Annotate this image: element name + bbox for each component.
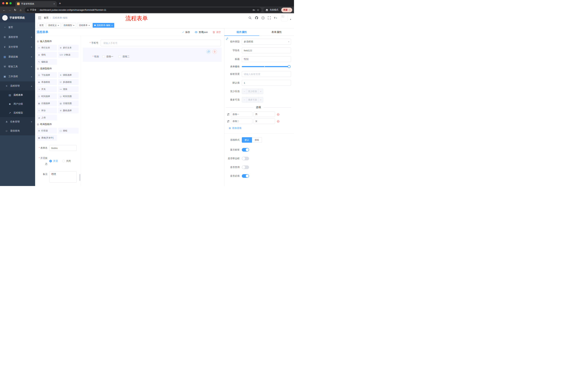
search-icon[interactable] — [249, 16, 252, 20]
window-minimize-button[interactable] — [6, 2, 8, 4]
required-toggle[interactable] — [242, 174, 249, 178]
font-size-icon[interactable]: TT — [274, 17, 278, 19]
sidebar-item-payment[interactable]: ¥ 支付管理 ▾ — [0, 42, 35, 52]
close-icon[interactable]: × — [88, 24, 90, 27]
forward-button[interactable]: → — [7, 8, 12, 12]
tag-process-form[interactable]: 流程表单 × — [77, 23, 92, 28]
status-radio-off[interactable]: 关闭 — [62, 159, 71, 163]
remark-textarea[interactable]: 嘿嘿 — [49, 171, 77, 182]
drag-handle-icon[interactable] — [227, 120, 230, 123]
github-icon[interactable] — [255, 16, 258, 20]
save-button[interactable]: ✓ 保存 — [182, 31, 190, 34]
option-value-input[interactable] — [254, 118, 275, 124]
reload-button[interactable]: ↻ — [13, 8, 18, 12]
palette-item-row-container[interactable]: ⊞行容器 — [37, 128, 57, 134]
browser-tab[interactable]: 芋道管理系统 × — [15, 1, 57, 7]
gender-field-selected[interactable]: 性别 选项一 选项二 — [83, 48, 221, 62]
title-input[interactable] — [242, 56, 291, 62]
palette-item-time-range[interactable]: ◶时间范围 — [58, 93, 79, 99]
sidebar-item-home[interactable]: ◔ 首页 — [0, 22, 35, 32]
palette-item-date-range[interactable]: ▧日期范围 — [58, 100, 79, 106]
new-tab-button[interactable]: + — [59, 1, 61, 5]
sidebar-item-user-group[interactable]: ☻ 用户分组 — [0, 99, 35, 108]
default-value-input[interactable] — [242, 80, 291, 86]
home-button[interactable]: ⌂ — [18, 8, 23, 12]
remove-option-icon[interactable]: ⊖ — [277, 113, 280, 116]
sidebar-item-task-management[interactable]: ⋔ 任务管理 ▾ — [0, 117, 35, 126]
close-icon[interactable]: × — [111, 24, 113, 27]
close-icon[interactable]: × — [73, 24, 74, 27]
style-button-button[interactable]: 按钮 — [252, 137, 262, 143]
copy-component-button[interactable] — [206, 50, 211, 54]
back-button[interactable]: ← — [2, 8, 7, 12]
sidebar-item-leave-query[interactable]: ☺ 请假查询 — [0, 126, 35, 135]
slider-handle[interactable] — [288, 65, 291, 68]
palette-item-radio-group[interactable]: ◉单选框组 — [37, 79, 57, 85]
palette-item-multi-text[interactable]: ≣多行文本 — [58, 45, 79, 51]
palette-item-button[interactable]: ▢按钮 — [58, 128, 79, 134]
show-label-toggle[interactable] — [242, 148, 249, 152]
phone-input[interactable] — [101, 40, 221, 46]
palette-item-counter[interactable]: 123计数器 — [58, 52, 79, 58]
palette-item-upload[interactable]: ☁上传 — [37, 115, 57, 120]
window-close-button[interactable] — [2, 2, 4, 4]
address-bar[interactable]: ⚠ 不安全 dashboard.yudao.iocoder.cn/bpm/man… — [25, 8, 262, 12]
sidebar-item-system[interactable]: ⚙ 系统管理 ▾ — [0, 32, 35, 42]
option-name-input[interactable] — [231, 112, 252, 117]
gender-option1-checkbox[interactable]: 选项一 — [102, 55, 113, 58]
clear-button[interactable]: 清空 — [212, 31, 221, 34]
border-toggle[interactable] — [242, 157, 249, 160]
sidebar-item-devtools[interactable]: ⚒ 研发工具 ▾ — [0, 62, 35, 72]
palette-item-checkbox-group[interactable]: ☑多选框组 — [58, 79, 79, 85]
sidebar-item-workflow[interactable]: ▣ 工作流程 ▴ — [0, 72, 35, 81]
link-chain-icon[interactable] — [225, 37, 229, 41]
status-radio-on[interactable]: 开启 — [49, 159, 58, 163]
minus-button[interactable]: − — [242, 97, 247, 102]
remove-option-icon[interactable]: ⊖ — [277, 120, 280, 123]
tag-process-form-edit[interactable]: 流程表单-编辑 × — [93, 23, 115, 28]
sidebar-item-process-management[interactable]: ≡ 流程管理 ▴ — [0, 81, 35, 90]
palette-item-cascader[interactable]: ⋔级联选择 — [58, 72, 79, 78]
close-icon[interactable]: × — [58, 24, 59, 27]
palette-item-time-picker[interactable]: ◷时间选择 — [37, 93, 57, 99]
palette-item-color-picker[interactable]: ⊛颜色选择 — [58, 107, 79, 113]
style-default-button[interactable]: 默认 — [242, 137, 252, 143]
bookmark-star-icon[interactable]: ☆ — [257, 8, 259, 12]
label-width-input[interactable] — [242, 71, 291, 77]
form-name-input[interactable] — [49, 145, 77, 151]
breadcrumb-home[interactable]: 首页 — [44, 16, 49, 20]
minus-button[interactable]: − — [242, 89, 247, 94]
tag-process-definition[interactable]: 流程定义 × — [46, 23, 61, 28]
help-icon[interactable]: ? — [262, 16, 264, 20]
avatar[interactable] — [281, 14, 288, 21]
option-value-input[interactable] — [254, 112, 275, 117]
disabled-toggle[interactable] — [242, 165, 249, 169]
plus-button[interactable]: + — [258, 89, 263, 94]
component-type-select[interactable]: 多选框组 ▾ — [242, 39, 291, 45]
palette-item-editor[interactable]: ✎编辑器 — [37, 59, 57, 65]
avatar-caret-down-icon[interactable]: ▾ — [290, 18, 291, 21]
tab-form-props[interactable]: 表单属性 — [259, 28, 294, 36]
password-key-icon[interactable] — [252, 8, 255, 12]
tag-process-model[interactable]: 流程模型 × — [62, 23, 76, 28]
window-zoom-button[interactable] — [10, 2, 12, 4]
palette-item-password[interactable]: ◈密码 — [37, 52, 57, 58]
option-name-input[interactable] — [231, 118, 252, 124]
palette-item-table[interactable]: ▩表格[开发中] — [37, 135, 57, 141]
delete-component-button[interactable] — [212, 50, 217, 54]
palette-item-dropdown[interactable]: ◎下拉选择 — [37, 72, 57, 78]
palette-item-rating[interactable]: ☆评分 — [37, 107, 57, 113]
gender-option2-checkbox[interactable]: 选项二 — [118, 55, 129, 58]
view-json-button[interactable]: 查看json — [195, 31, 208, 34]
tag-home[interactable]: 首页 — [38, 23, 45, 28]
browser-menu-icon[interactable]: ⋮ — [288, 8, 291, 12]
palette-item-date-picker[interactable]: ▦日期选择 — [37, 100, 57, 106]
drag-handle-icon[interactable] — [227, 113, 230, 116]
palette-item-switch[interactable]: ◑开关 — [37, 86, 57, 92]
add-option-button[interactable]: ⊕ 添加选项 — [229, 127, 291, 130]
fullscreen-icon[interactable] — [268, 16, 271, 19]
sidebar-item-process-form[interactable]: ▤ 流程表单 — [0, 90, 35, 99]
field-name-input[interactable] — [242, 47, 291, 53]
update-button[interactable]: 更新 ⋮ — [281, 8, 292, 12]
sidebar-item-infrastructure[interactable]: ▥ 基础设施 ▾ — [0, 52, 35, 62]
